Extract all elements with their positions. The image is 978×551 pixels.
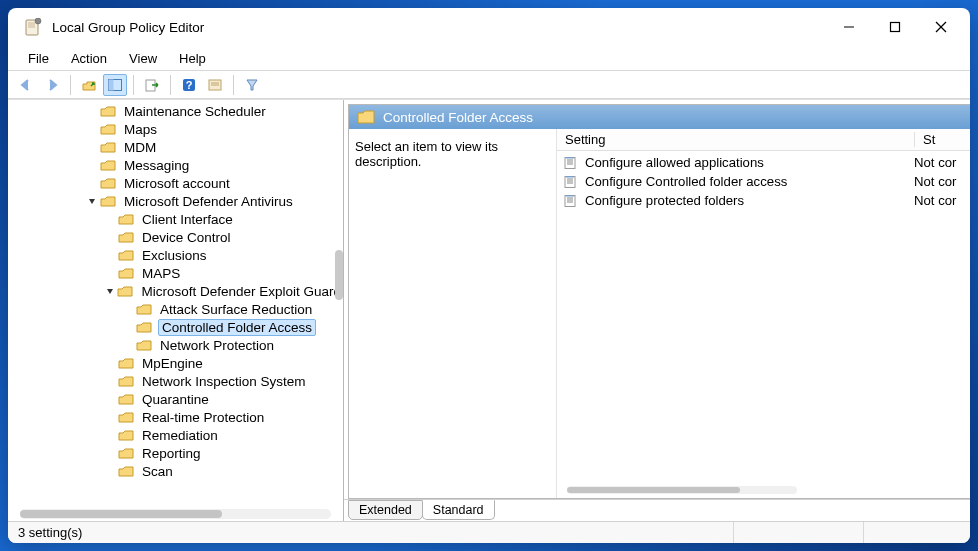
tree-scroll[interactable]: Maintenance SchedulerMapsMDMMessagingMic… [8, 100, 343, 505]
tree-item-label: MDM [122, 140, 158, 155]
properties-button[interactable] [203, 74, 227, 96]
folder-icon [118, 374, 134, 388]
menu-action[interactable]: Action [61, 49, 117, 68]
tree-item[interactable]: Maintenance Scheduler [8, 102, 343, 120]
app-window: Local Group Policy Editor File Action Vi… [8, 8, 970, 543]
show-hide-tree-button[interactable] [103, 74, 127, 96]
maximize-button[interactable] [872, 11, 918, 43]
tree-item[interactable]: Microsoft account [8, 174, 343, 192]
column-setting[interactable]: Setting [557, 132, 914, 147]
status-seg2 [734, 522, 864, 543]
setting-row[interactable]: Configure protected foldersNot cor [557, 191, 970, 210]
menubar: File Action View Help [8, 46, 970, 70]
menu-file[interactable]: File [18, 49, 59, 68]
titlebar[interactable]: Local Group Policy Editor [8, 8, 970, 46]
tree-item[interactable]: Reporting [8, 444, 343, 462]
tree-item[interactable]: Scan [8, 462, 343, 480]
status-seg3 [864, 522, 964, 543]
column-headers: Setting St [557, 129, 970, 151]
menu-view[interactable]: View [119, 49, 167, 68]
tree-item-label: Remediation [140, 428, 220, 443]
menu-help[interactable]: Help [169, 49, 216, 68]
setting-row[interactable]: Configure Controlled folder accessNot co… [557, 172, 970, 191]
detail-body: Controlled Folder Access Select an item … [348, 104, 970, 499]
tree-item[interactable]: MDM [8, 138, 343, 156]
window-title: Local Group Policy Editor [52, 20, 204, 35]
tree-item[interactable]: MAPS [8, 264, 343, 282]
settings-list: Configure allowed applicationsNot corCon… [557, 151, 970, 498]
tree-item[interactable]: Maps [8, 120, 343, 138]
setting-row[interactable]: Configure allowed applicationsNot cor [557, 153, 970, 172]
toolbar-separator [233, 75, 234, 95]
forward-button[interactable] [40, 74, 64, 96]
close-button[interactable] [918, 11, 964, 43]
folder-icon [118, 464, 134, 478]
folder-icon [136, 320, 152, 334]
tree-item[interactable]: Network Inspection System [8, 372, 343, 390]
tree-item-label: Network Inspection System [140, 374, 308, 389]
toolbar-separator [133, 75, 134, 95]
tree-item[interactable]: Attack Surface Reduction [8, 300, 343, 318]
folder-icon [118, 248, 134, 262]
app-icon [24, 18, 42, 36]
tab-standard[interactable]: Standard [422, 500, 495, 520]
back-button[interactable] [14, 74, 38, 96]
folder-icon [136, 302, 152, 316]
tree-item-label: Attack Surface Reduction [158, 302, 314, 317]
tree-item-label: Real-time Protection [140, 410, 266, 425]
tree-item[interactable]: Microsoft Defender Exploit Guard [8, 282, 343, 300]
folder-icon [118, 230, 134, 244]
statusbar: 3 setting(s) [8, 521, 970, 543]
tree-item-label: Microsoft account [122, 176, 232, 191]
settings-horizontal-scrollbar[interactable] [567, 486, 797, 494]
chevron-down-icon[interactable] [86, 196, 98, 206]
svg-point-4 [35, 18, 41, 24]
tree-item[interactable]: Controlled Folder Access [8, 318, 343, 336]
tree-item[interactable]: MpEngine [8, 354, 343, 372]
tree-vertical-scrollbar[interactable] [335, 250, 343, 300]
tree-item-label: Messaging [122, 158, 191, 173]
tree-item-label: Microsoft Defender Antivirus [122, 194, 295, 209]
tab-strip: Extended Standard [344, 499, 970, 521]
filter-button[interactable] [240, 74, 264, 96]
folder-icon [100, 104, 116, 118]
tree-item[interactable]: Remediation [8, 426, 343, 444]
folder-icon [118, 392, 134, 406]
tree-item[interactable]: Exclusions [8, 246, 343, 264]
description-text: Select an item to view its description. [355, 139, 498, 169]
tree-item[interactable]: Messaging [8, 156, 343, 174]
minimize-button[interactable] [826, 11, 872, 43]
tree-item-label: MAPS [140, 266, 182, 281]
help-button[interactable]: ? [177, 74, 201, 96]
folder-icon [118, 428, 134, 442]
chevron-down-icon[interactable] [104, 286, 115, 296]
export-button[interactable] [140, 74, 164, 96]
tree-item-label: Quarantine [140, 392, 211, 407]
tree-item[interactable]: Microsoft Defender Antivirus [8, 192, 343, 210]
setting-name: Configure protected folders [585, 193, 914, 208]
folder-icon [117, 284, 133, 298]
folder-icon [100, 176, 116, 190]
tree-item[interactable]: Quarantine [8, 390, 343, 408]
tab-extended[interactable]: Extended [348, 500, 423, 520]
folder-icon [100, 122, 116, 136]
folder-icon [100, 140, 116, 154]
svg-rect-26 [566, 176, 574, 178]
svg-rect-10 [109, 79, 114, 90]
detail-pane: Controlled Folder Access Select an item … [344, 100, 970, 521]
tree-item[interactable]: Device Control [8, 228, 343, 246]
toolbar: ? [8, 71, 970, 99]
tree-item-label: Scan [140, 464, 175, 479]
svg-text:?: ? [186, 79, 193, 91]
tree-item[interactable]: Real-time Protection [8, 408, 343, 426]
tree-item[interactable]: Network Protection [8, 336, 343, 354]
tree-item[interactable]: Client Interface [8, 210, 343, 228]
setting-state: Not cor [914, 193, 970, 208]
detail-header-title: Controlled Folder Access [383, 110, 533, 125]
svg-rect-21 [566, 157, 574, 159]
svg-rect-31 [566, 195, 574, 197]
up-button[interactable] [77, 74, 101, 96]
tree-horizontal-scrollbar[interactable] [20, 509, 331, 519]
folder-icon [100, 158, 116, 172]
column-state[interactable]: St [914, 132, 970, 147]
